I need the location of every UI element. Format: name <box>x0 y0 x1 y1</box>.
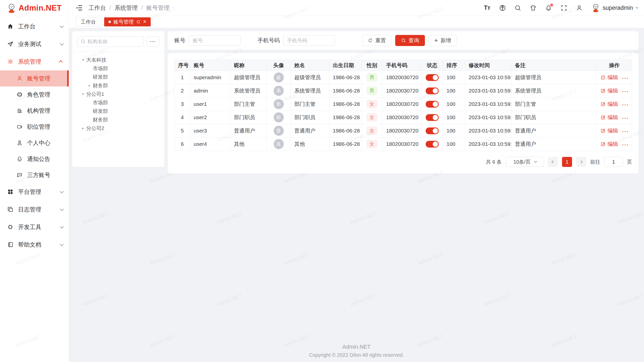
row-more-button[interactable]: ··· <box>622 88 629 94</box>
close-tab-icon[interactable]: × <box>143 19 146 24</box>
status-toggle[interactable] <box>426 141 439 148</box>
edit-button[interactable]: 编辑 <box>600 127 618 134</box>
user-table: 序号 账号 昵称 头像 姓名 出生日期 性别 手机号码 状态 排序 修改时间 <box>174 60 632 151</box>
org-tree: ▾大名科技 市场部 研发部 ▸财务部 ▾分公司1 市场部 研发部 财务部 ▸分公… <box>77 56 159 132</box>
person-icon[interactable] <box>576 5 583 11</box>
chevron-left-icon <box>551 160 554 163</box>
breadcrumb: 工作台 / 系统管理 / 账号管理 <box>89 4 170 12</box>
add-button[interactable]: + 新增 <box>428 35 457 46</box>
goto-page-input[interactable] <box>604 157 623 167</box>
tree-node[interactable]: 研发部 <box>77 73 159 81</box>
sidebar-item-system-management[interactable]: 系统管理 <box>0 53 69 70</box>
sidebar-item-log-management[interactable]: 日志管理 <box>0 201 69 218</box>
chevron-down-icon <box>60 242 64 246</box>
footer: Admin.NET Copyright © 2022 Dilon All rig… <box>69 344 644 358</box>
caret-expanded-icon[interactable]: ▾ <box>80 92 86 96</box>
refresh-tab-icon[interactable] <box>136 20 141 24</box>
org-search-field[interactable] <box>77 36 144 47</box>
sidebar-item-dev-tools[interactable]: 开发工具 <box>0 218 69 236</box>
breadcrumb-separator: / <box>141 5 143 11</box>
theme-icon[interactable] <box>530 5 537 11</box>
row-more-button[interactable]: ··· <box>622 75 629 81</box>
position-icon <box>17 124 23 130</box>
status-toggle[interactable] <box>426 74 439 81</box>
logo[interactable]: Admin.NET <box>0 0 69 16</box>
avatar: 部 <box>274 99 284 109</box>
gender-badge: 女 <box>367 127 377 135</box>
tree-node[interactable]: 研发部 <box>77 107 159 115</box>
next-page-button[interactable] <box>576 157 586 167</box>
font-size-icon[interactable]: Tт <box>484 5 491 11</box>
footer-copyright: Copyright © 2022 Dilon All rights reserv… <box>69 352 644 358</box>
sidebar-item-position-management[interactable]: 职位管理 <box>0 119 69 135</box>
tree-more-button[interactable]: ··· <box>147 36 159 47</box>
row-more-button[interactable]: ··· <box>622 142 629 148</box>
tree-node[interactable]: ▸分公司2 <box>77 124 159 132</box>
tree-node[interactable]: 市场部 <box>77 98 159 107</box>
tab-workbench[interactable]: 工作台 <box>75 17 101 26</box>
breadcrumb-separator: / <box>109 5 111 11</box>
sidebar-item-business-test[interactable]: 业务测试 <box>0 35 69 53</box>
edit-button[interactable]: 编辑 <box>600 141 618 148</box>
chevron-down-icon <box>60 224 64 229</box>
page-number-button[interactable]: 1 <box>562 157 572 167</box>
sidebar-item-workbench[interactable]: 工作台 <box>0 18 69 35</box>
sidebar-item-help-docs[interactable]: 帮助文档 <box>0 236 69 253</box>
user-icon <box>17 75 23 81</box>
gear-icon <box>7 58 14 65</box>
filter-bar: 账号 手机号码 重置 查询 + 新 <box>168 31 638 50</box>
grid-icon <box>7 189 14 195</box>
caret-collapsed-icon[interactable]: ▸ <box>80 126 86 130</box>
sidebar-item-profile-center[interactable]: 个人中心 <box>0 135 69 151</box>
prev-page-button[interactable] <box>548 157 558 167</box>
status-toggle[interactable] <box>426 127 439 134</box>
org-search-input[interactable] <box>88 39 140 44</box>
fullscreen-icon[interactable] <box>560 5 567 11</box>
row-more-button[interactable]: ··· <box>622 115 629 121</box>
notification-icon[interactable] <box>545 5 552 11</box>
edit-icon <box>600 102 606 107</box>
user-menu[interactable]: superadmin <box>591 3 637 13</box>
table-row: 4 user2 部门职员 部 部门职员 1986-06-28 女 1802003… <box>175 111 632 124</box>
caret-collapsed-icon[interactable]: ▸ <box>86 83 93 88</box>
tree-node[interactable]: ▸财务部 <box>77 81 159 90</box>
sidebar-item-third-party-account[interactable]: 三方账号 <box>0 167 69 183</box>
gender-badge: 女 <box>367 100 377 108</box>
sidebar-item-notice[interactable]: 通知公告 <box>0 151 69 167</box>
sidebar-item-platform-management[interactable]: 平台管理 <box>0 183 69 201</box>
sidebar-item-org-management[interactable]: 机构管理 <box>0 103 69 119</box>
phone-input[interactable] <box>283 35 335 46</box>
edit-button[interactable]: 编辑 <box>600 101 618 108</box>
page-size-select[interactable]: 10条/页 <box>506 157 544 167</box>
search-icon[interactable] <box>514 5 521 11</box>
breadcrumb-workbench[interactable]: 工作台 <box>89 4 106 12</box>
tree-node[interactable]: ▾分公司1 <box>77 90 159 98</box>
send-icon <box>7 41 14 47</box>
avatar <box>591 3 600 13</box>
status-toggle[interactable] <box>426 87 439 94</box>
edit-button[interactable]: 编辑 <box>600 74 618 81</box>
sidebar-item-role-management[interactable]: 角色管理 <box>0 86 69 103</box>
row-more-button[interactable]: ··· <box>622 128 629 134</box>
caret-expanded-icon[interactable]: ▾ <box>80 58 86 62</box>
main-area: 工作台 / 系统管理 / 账号管理 Tт <box>69 0 644 362</box>
account-input[interactable] <box>189 35 240 46</box>
status-toggle[interactable] <box>426 101 439 108</box>
collapse-menu-icon[interactable] <box>75 4 83 12</box>
reset-button[interactable]: 重置 <box>362 35 392 46</box>
chevron-down-icon <box>60 41 64 46</box>
edit-button[interactable]: 编辑 <box>600 87 618 94</box>
tree-node[interactable]: ▾大名科技 <box>77 56 159 64</box>
sidebar-item-account-management[interactable]: 账号管理 <box>0 70 69 86</box>
sidebar: Admin.NET 工作台 业务测试 系统管理 账号管理 <box>0 0 69 362</box>
breadcrumb-system-management[interactable]: 系统管理 <box>114 4 138 12</box>
tree-node[interactable]: 财务部 <box>77 115 159 124</box>
language-icon[interactable] <box>499 5 506 11</box>
edit-icon <box>600 75 606 80</box>
status-toggle[interactable] <box>426 114 439 121</box>
tab-account-management[interactable]: 账号管理 × <box>104 17 151 26</box>
tree-node[interactable]: 市场部 <box>77 64 159 73</box>
query-button[interactable]: 查询 <box>395 35 425 46</box>
edit-button[interactable]: 编辑 <box>600 114 618 121</box>
row-more-button[interactable]: ··· <box>622 102 629 108</box>
